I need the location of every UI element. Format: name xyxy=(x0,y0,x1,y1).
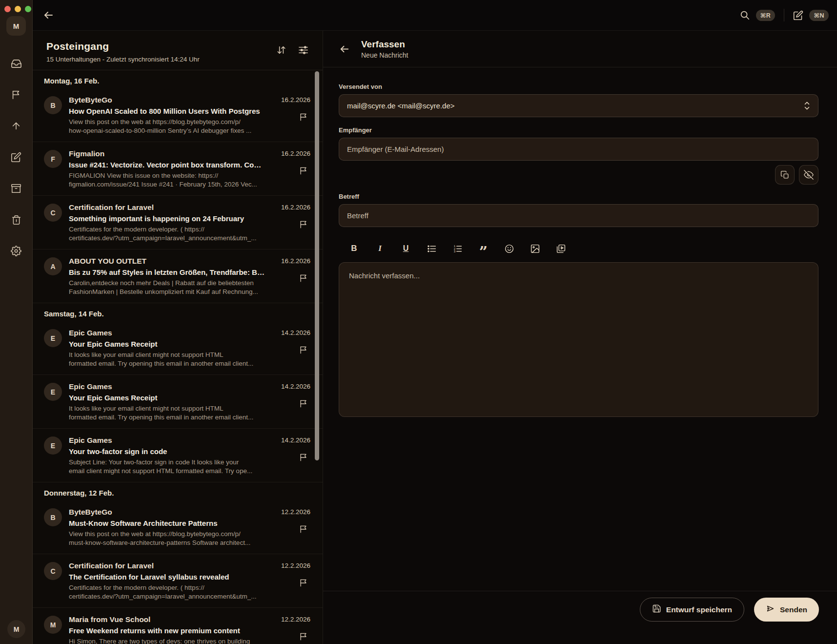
list-scrollbar[interactable] xyxy=(315,71,319,460)
topbar-divider xyxy=(784,9,784,21)
new-message-icon[interactable] xyxy=(793,10,803,21)
subject-label: Betreff xyxy=(339,193,818,200)
close-window-button[interactable] xyxy=(4,6,11,12)
sidebar-rail: M M xyxy=(0,0,33,644)
compose-pane: Verfassen Neue Nachricht Versendet von m… xyxy=(323,31,837,644)
trash-icon[interactable] xyxy=(8,211,24,228)
email-list-item[interactable]: B ByteByteGo Must-Know Software Architec… xyxy=(33,500,323,554)
flag-icon[interactable] xyxy=(299,453,308,464)
bold-icon[interactable]: B xyxy=(346,240,363,257)
sort-icon[interactable] xyxy=(276,44,287,58)
back-arrow-icon[interactable] xyxy=(42,9,54,21)
email-list-item[interactable]: C Certification for Laravel Something im… xyxy=(33,196,323,249)
flag-icon[interactable] xyxy=(299,220,308,231)
email-subject: Your Epic Games Receipt xyxy=(69,393,265,403)
send-icon xyxy=(766,604,775,615)
group-items: B ByteByteGo How OpenAI Scaled to 800 Mi… xyxy=(33,88,323,303)
mail-app-window: M M xyxy=(0,0,837,644)
insert-video-icon[interactable] xyxy=(552,240,570,257)
email-sender: Certification for Laravel xyxy=(69,561,265,571)
settings-gear-icon[interactable] xyxy=(8,243,24,259)
email-group: Montag, 16 Feb. B ByteByteGo How OpenAI … xyxy=(33,70,323,303)
numbered-list-icon[interactable]: 123 xyxy=(449,240,466,257)
group-items: B ByteByteGo Must-Know Software Architec… xyxy=(33,500,323,644)
zoom-window-button[interactable] xyxy=(25,6,31,12)
search-icon[interactable] xyxy=(739,10,750,21)
email-sender: Epic Games xyxy=(69,381,265,392)
group-items: E Epic Games Your Epic Games Receipt It … xyxy=(33,321,323,482)
flag-icon[interactable] xyxy=(299,273,308,285)
search-shortcut-badge: ⌘R xyxy=(756,10,776,21)
flag-icon[interactable] xyxy=(299,524,308,536)
save-icon xyxy=(652,604,661,615)
sidebar-nav xyxy=(8,55,24,259)
inbox-icon[interactable] xyxy=(8,55,24,72)
minimize-window-button[interactable] xyxy=(15,6,21,12)
email-sender: ABOUT YOU OUTLET xyxy=(69,256,265,266)
blockquote-icon[interactable]: ” xyxy=(475,237,492,261)
sender-avatar: E xyxy=(44,436,62,455)
email-subject: Something important is happening on 24 F… xyxy=(69,213,265,224)
subject-input[interactable] xyxy=(339,204,818,227)
email-snippet: It looks like your email client might no… xyxy=(69,404,265,422)
email-group: Samstag, 14 Feb. E Epic Games Your Epic … xyxy=(33,303,323,482)
email-snippet: View this post on the web at https://blo… xyxy=(69,118,265,135)
sender-avatar: B xyxy=(44,96,62,114)
email-subject: Issue #241: Vectorize. Vector point box … xyxy=(69,160,265,170)
flag-icon[interactable] xyxy=(299,112,308,124)
insert-image-icon[interactable] xyxy=(527,240,544,257)
flag-icon[interactable] xyxy=(299,399,308,411)
message-body-input[interactable] xyxy=(339,262,818,417)
email-list-item[interactable]: C Certification for Laravel The Certific… xyxy=(33,554,323,608)
window-traffic-lights[interactable] xyxy=(4,6,31,12)
sender-avatar: E xyxy=(44,383,62,401)
email-list-item[interactable]: E Epic Games Your Epic Games Receipt It … xyxy=(33,321,323,375)
email-list-item[interactable]: E Epic Games Your Epic Games Receipt It … xyxy=(33,375,323,429)
compose-icon[interactable] xyxy=(8,149,24,166)
send-arrow-icon[interactable] xyxy=(8,118,24,134)
email-date: 16.2.2026 xyxy=(281,96,310,104)
flag-icon[interactable] xyxy=(299,632,308,644)
email-sender: Epic Games xyxy=(69,435,265,445)
send-button[interactable]: Senden xyxy=(754,598,819,622)
to-input[interactable] xyxy=(339,138,818,161)
from-label: Versendet von xyxy=(339,83,818,90)
email-snippet: Carolin,entdecke noch mehr Deals | Rabat… xyxy=(69,279,265,296)
emoji-icon[interactable] xyxy=(501,240,518,257)
email-sender: ByteByteGo xyxy=(69,95,265,105)
email-sender: ByteByteGo xyxy=(69,507,265,517)
flag-icon[interactable] xyxy=(299,345,308,357)
email-list-item[interactable]: F Figmalion Issue #241: Vectorize. Vecto… xyxy=(33,142,323,196)
underline-icon[interactable]: U xyxy=(397,240,414,257)
email-date: 12.2.2026 xyxy=(281,561,310,570)
email-date: 16.2.2026 xyxy=(281,149,310,158)
sender-avatar: C xyxy=(44,562,62,580)
compose-back-arrow-icon[interactable] xyxy=(339,43,350,55)
email-list-item[interactable]: E Epic Games Your two-factor sign in cod… xyxy=(33,429,323,482)
filter-icon[interactable] xyxy=(298,44,309,58)
cc-copy-icon[interactable] xyxy=(775,165,795,185)
flag-icon[interactable] xyxy=(299,166,308,178)
email-date: 14.2.2026 xyxy=(281,436,310,445)
account-avatar[interactable]: M xyxy=(6,16,26,36)
compose-title: Verfassen xyxy=(361,39,408,50)
new-message-shortcut-badge: ⌘N xyxy=(809,10,829,21)
bcc-eye-off-icon[interactable] xyxy=(799,165,818,185)
bullet-list-icon[interactable] xyxy=(423,240,440,257)
archive-icon[interactable] xyxy=(8,180,24,197)
inbox-subtitle: 15 Unterhaltungen - Zuletzt synchronisie… xyxy=(46,56,200,63)
from-select[interactable]: mail@scyre.de <mail@scyre.de> xyxy=(339,94,818,117)
sender-avatar: B xyxy=(44,508,62,526)
italic-icon[interactable]: I xyxy=(371,240,388,257)
user-avatar-bottom[interactable]: M xyxy=(7,620,25,638)
inbox-pane: Posteingang 15 Unterhaltungen - Zuletzt … xyxy=(33,31,323,644)
flag-icon[interactable] xyxy=(299,578,308,590)
compose-subtitle: Neue Nachricht xyxy=(361,51,408,59)
email-list-item[interactable]: M Maria from Vue School Free Weekend ret… xyxy=(33,608,323,644)
email-list-item[interactable]: A ABOUT YOU OUTLET Bis zu 75% auf Styles… xyxy=(33,249,323,303)
email-list-item[interactable]: B ByteByteGo How OpenAI Scaled to 800 Mi… xyxy=(33,88,323,142)
save-draft-button[interactable]: Entwurf speichern xyxy=(640,598,744,622)
email-date: 12.2.2026 xyxy=(281,508,310,517)
email-subject: How OpenAI Scaled to 800 Million Users W… xyxy=(69,106,265,116)
flag-icon[interactable] xyxy=(8,86,24,103)
